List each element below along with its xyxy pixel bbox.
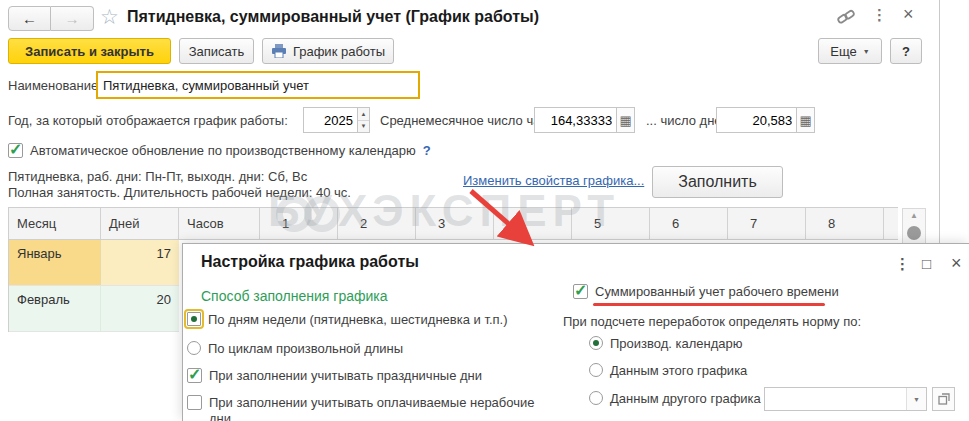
save-close-button[interactable]: Записать и закрыть — [8, 38, 171, 64]
check-paid-nonworking[interactable] — [187, 395, 202, 410]
days-cell[interactable]: 17 — [101, 240, 179, 285]
table-row-january[interactable]: Январь 17 — [9, 240, 179, 286]
back-button[interactable]: ← — [8, 6, 51, 31]
check-holidays-row[interactable]: При заполнении учитывать праздничные дни — [187, 368, 482, 383]
schedule-settings-dialog: Настройка графика работы ⋮ □ × Способ за… — [182, 243, 969, 421]
column-header-days: Дней — [101, 208, 179, 239]
other-schedule-combo[interactable]: ▼ — [764, 387, 927, 411]
radio-by-weekdays-label: По дням недели (пятидневка, шестидневка … — [208, 312, 508, 327]
print-icon — [271, 44, 287, 58]
radio-other-schedule[interactable] — [589, 391, 603, 405]
auto-update-checkbox[interactable] — [8, 143, 23, 158]
dialog-maximize-icon[interactable]: □ — [922, 255, 931, 272]
check-summed[interactable] — [573, 284, 588, 299]
radio-by-cycles[interactable] — [187, 341, 201, 355]
radio-prod-calendar-row[interactable]: Производ. календарю — [589, 336, 743, 351]
check-summed-label: Суммированный учет рабочего времени — [595, 284, 839, 299]
avg-days-input[interactable] — [717, 108, 796, 132]
dialog-close-icon[interactable]: × — [951, 253, 962, 274]
check-holidays[interactable] — [187, 368, 202, 383]
app-window: ← → ☆ Пятидневка, суммированный учет (Гр… — [0, 0, 969, 421]
more-label: Еще — [830, 44, 856, 59]
column-header-hours: Часов — [179, 208, 260, 239]
scroll-up-icon[interactable]: ▲ — [910, 211, 918, 220]
calculator-icon[interactable]: ▦ — [796, 108, 814, 132]
change-properties-link[interactable]: Изменить свойства графика... — [463, 173, 644, 188]
window-menu-dots-icon[interactable]: ⋮ — [872, 6, 887, 24]
close-icon[interactable]: × — [903, 4, 914, 25]
page-title: Пятидневка, суммированный учет (График р… — [127, 8, 539, 26]
back-icon: ← — [22, 10, 37, 27]
chain-icon — [836, 7, 856, 27]
fill-method-heading: Способ заполнения графика — [201, 288, 388, 304]
open-form-icon — [938, 393, 950, 405]
radio-prod-calendar[interactable] — [589, 336, 603, 350]
spin-up-icon[interactable]: ▲ — [358, 108, 369, 121]
forward-button[interactable]: → — [51, 6, 94, 31]
check-summed-row[interactable]: Суммированный учет рабочего времени — [573, 284, 839, 299]
help-question-icon[interactable]: ? — [423, 143, 431, 158]
chevron-down-icon: ▼ — [863, 48, 870, 55]
radio-this-schedule-label: Данным этого графика — [610, 363, 747, 378]
get-link-icon[interactable] — [836, 7, 856, 30]
check-holidays-label: При заполнении учитывать праздничные дни — [209, 368, 482, 383]
other-schedule-input[interactable] — [765, 388, 906, 410]
radio-this-schedule-row[interactable]: Данным этого графика — [589, 363, 747, 378]
column-header-day2: 2 — [338, 208, 416, 239]
column-header-day5: 5 — [572, 208, 650, 239]
print-schedule-button[interactable]: График работы — [262, 38, 394, 64]
check-paid-nonworking-label: При заполнении учитывать оплачиваемые не… — [209, 395, 539, 421]
nav-buttons: ← → — [8, 6, 94, 31]
combo-dropdown-icon[interactable]: ▼ — [906, 388, 926, 410]
favorite-star-icon[interactable]: ☆ — [100, 5, 119, 29]
spin-buttons[interactable]: ▲ ▼ — [357, 108, 369, 132]
column-header-day9: 9 — [884, 208, 898, 239]
table-row-february[interactable]: Февраль 20 — [9, 286, 179, 332]
month-cell[interactable]: Февраль — [9, 286, 101, 331]
radio-other-schedule-label: Данным другого графика — [610, 391, 761, 406]
check-paid-nonworking-row[interactable]: При заполнении учитывать оплачиваемые не… — [187, 395, 539, 421]
more-button[interactable]: Еще ▼ — [818, 38, 882, 64]
forward-icon: → — [65, 10, 80, 27]
fill-button[interactable]: Заполнить — [652, 166, 783, 198]
year-spinner[interactable]: ▲ ▼ — [303, 107, 370, 133]
window-border — [939, 0, 940, 243]
dialog-menu-dots-icon[interactable]: ⋮ — [895, 255, 910, 273]
radio-this-schedule[interactable] — [589, 363, 603, 377]
year-label: Год, за который отображается график рабо… — [8, 113, 288, 128]
scrollbar-thumb[interactable] — [907, 226, 921, 240]
save-button[interactable]: Записать — [179, 38, 254, 64]
schedule-table-header: Месяц Дней Часов 1 2 3 4 5 6 7 8 9 — [8, 207, 898, 240]
schedule-info-line1: Пятидневка, раб. дни: Пн-Пт, выходн. дни… — [8, 169, 307, 184]
year-input[interactable] — [304, 108, 357, 132]
avg-hours-field[interactable]: ▦ — [534, 107, 635, 133]
column-header-month: Месяц — [9, 208, 101, 239]
avg-hours-input[interactable] — [535, 108, 616, 132]
norm-label: При подсчете переработок определять норм… — [563, 314, 861, 329]
radio-by-cycles-row[interactable]: По циклам произвольной длины — [187, 341, 403, 356]
spin-down-icon[interactable]: ▼ — [358, 121, 369, 133]
calculator-icon[interactable]: ▦ — [616, 108, 634, 132]
column-header-day4: 4 — [494, 208, 572, 239]
table-scrollbar[interactable]: ▲ — [902, 208, 926, 244]
radio-by-weekdays-row[interactable]: По дням недели (пятидневка, шестидневка … — [187, 312, 508, 327]
column-header-day3: 3 — [416, 208, 494, 239]
days-cell[interactable]: 20 — [101, 286, 179, 331]
radio-other-schedule-row[interactable]: Данным другого графика — [589, 391, 761, 406]
schedule-table-body: Январь 17 Февраль 20 — [8, 240, 179, 332]
help-button[interactable]: ? — [890, 38, 922, 64]
auto-update-checkbox-row[interactable]: Автоматическое обновление по производств… — [8, 143, 431, 158]
radio-by-weekdays[interactable] — [187, 312, 201, 326]
column-header-day8: 8 — [806, 208, 884, 239]
auto-update-label: Автоматическое обновление по производств… — [30, 143, 416, 158]
red-underline-annotation — [593, 303, 825, 306]
open-choose-button[interactable] — [932, 387, 955, 411]
column-header-day6: 6 — [650, 208, 728, 239]
column-header-day1: 1 — [260, 208, 338, 239]
name-input[interactable] — [96, 71, 420, 99]
avg-days-field[interactable]: ▦ — [716, 107, 815, 133]
month-cell[interactable]: Январь — [9, 240, 101, 285]
print-schedule-label: График работы — [293, 44, 385, 59]
dialog-title: Настройка графика работы — [201, 253, 419, 271]
name-label: Наименование: — [8, 78, 102, 93]
